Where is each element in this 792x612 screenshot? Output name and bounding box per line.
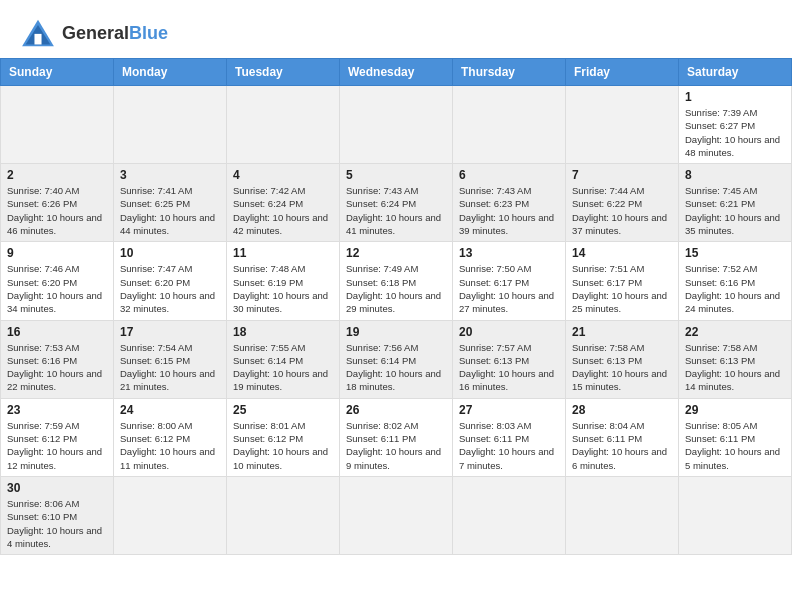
week-row-3: 9 Sunrise: 7:46 AM Sunset: 6:20 PM Dayli… (1, 242, 792, 320)
week-row-2: 2 Sunrise: 7:40 AM Sunset: 6:26 PM Dayli… (1, 164, 792, 242)
day-number: 21 (572, 325, 672, 339)
logo: GeneralBlue (20, 18, 168, 48)
week-row-6: 30 Sunrise: 8:06 AM Sunset: 6:10 PM Dayl… (1, 476, 792, 554)
day-cell-6: 6 Sunrise: 7:43 AM Sunset: 6:23 PM Dayli… (453, 164, 566, 242)
day-number: 19 (346, 325, 446, 339)
header: GeneralBlue (0, 0, 792, 58)
day-info: Sunrise: 8:04 AM Sunset: 6:11 PM Dayligh… (572, 419, 672, 472)
day-number: 16 (7, 325, 107, 339)
empty-cell (227, 86, 340, 164)
empty-cell (566, 86, 679, 164)
empty-cell (453, 86, 566, 164)
empty-cell (453, 476, 566, 554)
header-sunday: Sunday (1, 59, 114, 86)
day-number: 24 (120, 403, 220, 417)
day-info: Sunrise: 7:55 AM Sunset: 6:14 PM Dayligh… (233, 341, 333, 394)
day-info: Sunrise: 7:49 AM Sunset: 6:18 PM Dayligh… (346, 262, 446, 315)
day-cell-17: 17 Sunrise: 7:54 AM Sunset: 6:15 PM Dayl… (114, 320, 227, 398)
empty-cell (114, 476, 227, 554)
day-cell-25: 25 Sunrise: 8:01 AM Sunset: 6:12 PM Dayl… (227, 398, 340, 476)
day-number: 11 (233, 246, 333, 260)
page-container: GeneralBlue Sunday Monday Tuesday Wednes… (0, 0, 792, 555)
day-number: 29 (685, 403, 785, 417)
day-cell-29: 29 Sunrise: 8:05 AM Sunset: 6:11 PM Dayl… (679, 398, 792, 476)
day-cell-28: 28 Sunrise: 8:04 AM Sunset: 6:11 PM Dayl… (566, 398, 679, 476)
day-number: 30 (7, 481, 107, 495)
day-cell-21: 21 Sunrise: 7:58 AM Sunset: 6:13 PM Dayl… (566, 320, 679, 398)
week-row-1: 1 Sunrise: 7:39 AM Sunset: 6:27 PM Dayli… (1, 86, 792, 164)
day-cell-22: 22 Sunrise: 7:58 AM Sunset: 6:13 PM Dayl… (679, 320, 792, 398)
day-info: Sunrise: 8:02 AM Sunset: 6:11 PM Dayligh… (346, 419, 446, 472)
day-info: Sunrise: 8:05 AM Sunset: 6:11 PM Dayligh… (685, 419, 785, 472)
day-number: 18 (233, 325, 333, 339)
day-number: 12 (346, 246, 446, 260)
day-info: Sunrise: 7:57 AM Sunset: 6:13 PM Dayligh… (459, 341, 559, 394)
day-number: 5 (346, 168, 446, 182)
day-number: 25 (233, 403, 333, 417)
header-wednesday: Wednesday (340, 59, 453, 86)
day-number: 6 (459, 168, 559, 182)
day-info: Sunrise: 7:58 AM Sunset: 6:13 PM Dayligh… (685, 341, 785, 394)
empty-cell (340, 476, 453, 554)
day-cell-9: 9 Sunrise: 7:46 AM Sunset: 6:20 PM Dayli… (1, 242, 114, 320)
day-cell-7: 7 Sunrise: 7:44 AM Sunset: 6:22 PM Dayli… (566, 164, 679, 242)
day-number: 3 (120, 168, 220, 182)
day-number: 1 (685, 90, 785, 104)
day-cell-1: 1 Sunrise: 7:39 AM Sunset: 6:27 PM Dayli… (679, 86, 792, 164)
empty-cell (114, 86, 227, 164)
week-row-5: 23 Sunrise: 7:59 AM Sunset: 6:12 PM Dayl… (1, 398, 792, 476)
day-number: 20 (459, 325, 559, 339)
day-info: Sunrise: 7:54 AM Sunset: 6:15 PM Dayligh… (120, 341, 220, 394)
day-cell-30: 30 Sunrise: 8:06 AM Sunset: 6:10 PM Dayl… (1, 476, 114, 554)
day-number: 4 (233, 168, 333, 182)
empty-cell (1, 86, 114, 164)
day-info: Sunrise: 7:59 AM Sunset: 6:12 PM Dayligh… (7, 419, 107, 472)
header-thursday: Thursday (453, 59, 566, 86)
day-number: 22 (685, 325, 785, 339)
weekday-header-row: Sunday Monday Tuesday Wednesday Thursday… (1, 59, 792, 86)
logo-icon (20, 18, 56, 48)
day-info: Sunrise: 7:39 AM Sunset: 6:27 PM Dayligh… (685, 106, 785, 159)
day-cell-8: 8 Sunrise: 7:45 AM Sunset: 6:21 PM Dayli… (679, 164, 792, 242)
day-info: Sunrise: 8:00 AM Sunset: 6:12 PM Dayligh… (120, 419, 220, 472)
day-cell-13: 13 Sunrise: 7:50 AM Sunset: 6:17 PM Dayl… (453, 242, 566, 320)
day-info: Sunrise: 8:03 AM Sunset: 6:11 PM Dayligh… (459, 419, 559, 472)
day-number: 15 (685, 246, 785, 260)
day-cell-12: 12 Sunrise: 7:49 AM Sunset: 6:18 PM Dayl… (340, 242, 453, 320)
empty-cell (227, 476, 340, 554)
day-info: Sunrise: 7:46 AM Sunset: 6:20 PM Dayligh… (7, 262, 107, 315)
day-info: Sunrise: 8:01 AM Sunset: 6:12 PM Dayligh… (233, 419, 333, 472)
day-cell-5: 5 Sunrise: 7:43 AM Sunset: 6:24 PM Dayli… (340, 164, 453, 242)
empty-cell (340, 86, 453, 164)
day-info: Sunrise: 7:58 AM Sunset: 6:13 PM Dayligh… (572, 341, 672, 394)
day-cell-10: 10 Sunrise: 7:47 AM Sunset: 6:20 PM Dayl… (114, 242, 227, 320)
day-info: Sunrise: 7:43 AM Sunset: 6:23 PM Dayligh… (459, 184, 559, 237)
day-info: Sunrise: 7:56 AM Sunset: 6:14 PM Dayligh… (346, 341, 446, 394)
day-number: 23 (7, 403, 107, 417)
day-info: Sunrise: 7:44 AM Sunset: 6:22 PM Dayligh… (572, 184, 672, 237)
day-cell-23: 23 Sunrise: 7:59 AM Sunset: 6:12 PM Dayl… (1, 398, 114, 476)
header-saturday: Saturday (679, 59, 792, 86)
day-cell-2: 2 Sunrise: 7:40 AM Sunset: 6:26 PM Dayli… (1, 164, 114, 242)
header-tuesday: Tuesday (227, 59, 340, 86)
empty-cell (566, 476, 679, 554)
header-friday: Friday (566, 59, 679, 86)
svg-rect-2 (34, 34, 41, 45)
day-info: Sunrise: 7:45 AM Sunset: 6:21 PM Dayligh… (685, 184, 785, 237)
day-number: 9 (7, 246, 107, 260)
day-info: Sunrise: 7:52 AM Sunset: 6:16 PM Dayligh… (685, 262, 785, 315)
day-number: 28 (572, 403, 672, 417)
day-info: Sunrise: 7:43 AM Sunset: 6:24 PM Dayligh… (346, 184, 446, 237)
day-info: Sunrise: 7:47 AM Sunset: 6:20 PM Dayligh… (120, 262, 220, 315)
day-cell-3: 3 Sunrise: 7:41 AM Sunset: 6:25 PM Dayli… (114, 164, 227, 242)
day-number: 8 (685, 168, 785, 182)
day-cell-24: 24 Sunrise: 8:00 AM Sunset: 6:12 PM Dayl… (114, 398, 227, 476)
day-number: 14 (572, 246, 672, 260)
day-info: Sunrise: 7:40 AM Sunset: 6:26 PM Dayligh… (7, 184, 107, 237)
day-cell-18: 18 Sunrise: 7:55 AM Sunset: 6:14 PM Dayl… (227, 320, 340, 398)
day-cell-16: 16 Sunrise: 7:53 AM Sunset: 6:16 PM Dayl… (1, 320, 114, 398)
day-info: Sunrise: 7:53 AM Sunset: 6:16 PM Dayligh… (7, 341, 107, 394)
day-number: 13 (459, 246, 559, 260)
day-info: Sunrise: 7:50 AM Sunset: 6:17 PM Dayligh… (459, 262, 559, 315)
day-cell-27: 27 Sunrise: 8:03 AM Sunset: 6:11 PM Dayl… (453, 398, 566, 476)
